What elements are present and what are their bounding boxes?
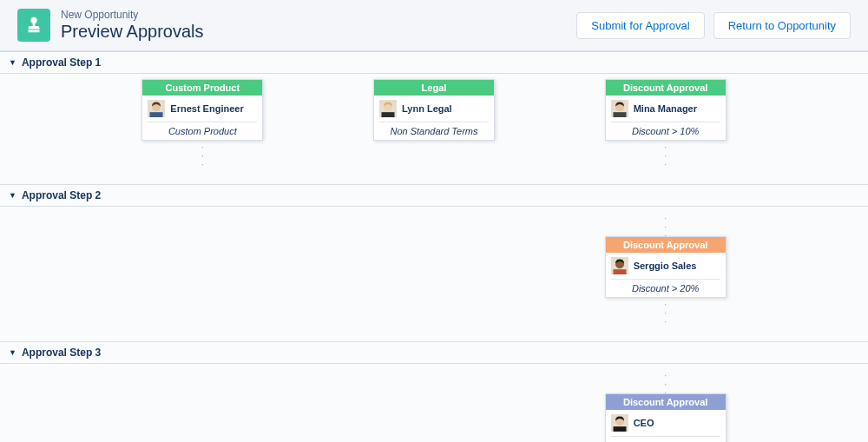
approval-card[interactable]: Discount Approval Serggio Sales Discount… <box>605 236 727 298</box>
approval-column <box>87 369 319 442</box>
svg-rect-1 <box>150 112 163 117</box>
card-approver-row: Mina Manager <box>606 96 726 122</box>
approval-rule: Custom Product <box>148 122 257 140</box>
card-approver-row: Ernest Engineer <box>142 96 262 122</box>
step-label: Approval Step 1 <box>22 56 101 69</box>
header-titles: New Opportunity Preview Approvals <box>61 9 204 42</box>
approval-column: ··· Discount Approval Serggio Sales Disc… <box>549 212 781 324</box>
card-approver-row: Serggio Sales <box>606 253 726 279</box>
approval-column <box>87 212 319 324</box>
approval-rule: Non Standard Terms <box>379 122 489 140</box>
svg-rect-7 <box>613 112 626 117</box>
step-header[interactable]: ▼Approval Step 1 <box>0 52 868 74</box>
card-title: Discount Approval <box>606 80 726 96</box>
card-title: Custom Product <box>142 80 262 96</box>
approval-step: ▼Approval Step 2··· Discount Approval Se… <box>0 184 868 341</box>
approval-card[interactable]: Legal Lynn Legal Non Standard Terms <box>373 79 495 141</box>
connector-dots: ··· <box>664 146 667 167</box>
chevron-down-icon: ▼ <box>9 348 16 357</box>
svg-rect-4 <box>381 112 394 117</box>
submit-for-approval-button[interactable]: Submit for Approval <box>576 12 704 39</box>
connector-dots: ··· <box>201 146 204 167</box>
header-actions: Submit for Approval Return to Opportunit… <box>576 12 851 39</box>
step-body: ··· Discount Approval Serggio Sales Disc… <box>0 207 868 341</box>
page-title: Preview Approvals <box>61 21 204 42</box>
approver-name: Mina Manager <box>634 103 697 114</box>
connector-dots: ··· <box>664 374 667 393</box>
avatar <box>611 414 628 432</box>
card-title: Discount Approval <box>606 394 726 410</box>
chevron-down-icon: ▼ <box>9 58 16 67</box>
step-body: ··· Discount Approval CEO Discount > 30% <box>0 364 868 442</box>
approver-name: CEO <box>634 418 654 428</box>
approver-name: Ernest Engineer <box>170 103 243 114</box>
step-label: Approval Step 3 <box>22 346 101 359</box>
header-left: New Opportunity Preview Approvals <box>17 9 204 42</box>
approver-name: Serggio Sales <box>634 261 697 271</box>
approval-column: Discount Approval Mina Manager Discount … <box>549 79 781 167</box>
card-title: Discount Approval <box>606 237 726 253</box>
avatar <box>611 100 628 117</box>
approval-rule: Discount > 20% <box>611 279 720 297</box>
approval-step: ▼Approval Step 1 Custom Product Ernest E… <box>0 51 868 184</box>
card-title: Legal <box>374 80 494 96</box>
step-body: Custom Product Ernest Engineer Custom Pr… <box>0 74 868 184</box>
approval-card[interactable]: Discount Approval Mina Manager Discount … <box>605 79 727 141</box>
approval-column: Custom Product Ernest Engineer Custom Pr… <box>87 79 319 167</box>
return-to-opportunity-button[interactable]: Return to Opportunity <box>713 12 851 39</box>
step-label: Approval Step 2 <box>22 189 101 201</box>
step-header[interactable]: ▼Approval Step 3 <box>0 342 868 364</box>
svg-rect-10 <box>613 269 626 274</box>
card-approver-row: CEO <box>606 410 726 436</box>
approval-card[interactable]: Discount Approval CEO Discount > 30% <box>605 393 727 442</box>
approval-column: Legal Lynn Legal Non Standard Terms <box>319 79 550 167</box>
approval-card[interactable]: Custom Product Ernest Engineer Custom Pr… <box>141 79 263 141</box>
approval-column: ··· Discount Approval CEO Discount > 30% <box>549 369 781 442</box>
approval-step: ▼Approval Step 3··· Discount Approval CE… <box>0 341 868 442</box>
approval-rule: Discount > 10% <box>611 122 720 140</box>
svg-rect-13 <box>613 426 626 432</box>
chevron-down-icon: ▼ <box>9 191 16 200</box>
approval-rule: Discount > 30% <box>611 436 720 442</box>
approval-stamp-icon <box>17 9 50 42</box>
avatar <box>611 257 628 274</box>
approver-name: Lynn Legal <box>402 103 452 114</box>
header-subtitle: New Opportunity <box>61 9 204 21</box>
approval-column <box>319 369 550 442</box>
connector-dots: ··· <box>664 303 667 324</box>
step-header[interactable]: ▼Approval Step 2 <box>0 185 868 207</box>
avatar <box>379 100 397 117</box>
card-approver-row: Lynn Legal <box>374 96 494 122</box>
avatar <box>148 100 165 117</box>
connector-dots: ··· <box>664 217 667 236</box>
approval-column <box>319 212 550 324</box>
page-header: New Opportunity Preview Approvals Submit… <box>0 0 868 51</box>
